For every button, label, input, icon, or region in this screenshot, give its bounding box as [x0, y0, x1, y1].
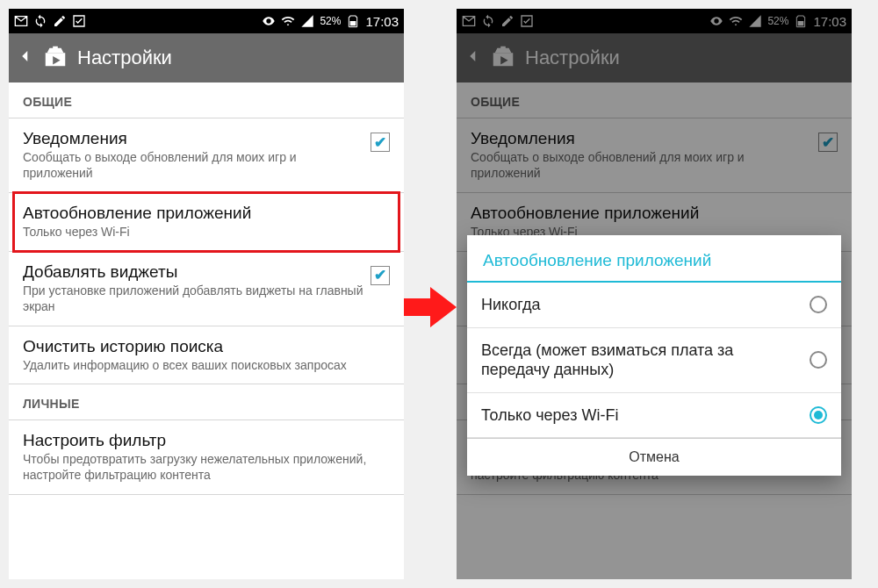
sync-icon	[33, 14, 47, 28]
right-screenshot: 52% 17:03 Настройки ОБЩИЕ Уведомления Со…	[457, 9, 852, 579]
signal-icon	[300, 14, 314, 28]
row-sub: Только через Wi-Fi	[23, 225, 390, 240]
edit-icon	[53, 14, 67, 28]
eye-icon	[262, 14, 276, 28]
app-header: Настройки	[9, 33, 404, 82]
row-autoupdate[interactable]: Автообновление приложений Только через W…	[9, 193, 404, 252]
back-icon[interactable]	[18, 44, 33, 72]
left-screenshot: 52% 17:03 Настройки ОБЩИЕ Уведомления Со…	[9, 9, 404, 579]
wifi-icon	[281, 14, 295, 28]
settings-body: ОБЩИЕ Уведомления Сообщать о выходе обно…	[9, 82, 404, 495]
radio-always[interactable]	[810, 351, 827, 369]
checkbox-notifications[interactable]	[371, 133, 390, 152]
dialog-title: Автообновление приложений	[467, 235, 841, 281]
row-title: Добавлять виджеты	[23, 262, 363, 282]
row-clear-search[interactable]: Очистить историю поиска Удалить информац…	[9, 326, 404, 385]
option-never[interactable]: Никогда	[467, 283, 841, 328]
option-always[interactable]: Всегда (может взиматься плата за передач…	[467, 328, 841, 393]
clock: 17:03	[365, 14, 399, 29]
arrow-icon	[404, 285, 457, 329]
checkbox-widgets[interactable]	[371, 266, 390, 285]
row-sub: Удалить информацию о всех ваших поисковы…	[23, 358, 390, 374]
svg-marker-6	[404, 287, 457, 327]
mail-icon	[14, 14, 28, 28]
svg-rect-0	[350, 21, 356, 25]
section-personal: ЛИЧНЫЕ	[9, 384, 404, 420]
row-title: Автообновление приложений	[23, 204, 390, 223]
option-wifi[interactable]: Только через Wi-Fi	[467, 393, 841, 439]
radio-wifi[interactable]	[810, 406, 827, 424]
dialog-cancel[interactable]: Отмена	[467, 438, 841, 476]
section-general: ОБЩИЕ	[9, 82, 404, 118]
header-title: Настройки	[77, 47, 172, 69]
row-sub: При установке приложений добавлять видже…	[23, 283, 363, 315]
status-bar: 52% 17:03	[9, 9, 404, 33]
row-filter[interactable]: Настроить фильтр Чтобы предотвратить заг…	[9, 420, 404, 495]
row-title: Настроить фильтр	[23, 431, 390, 450]
row-widgets[interactable]: Добавлять виджеты При установке приложен…	[9, 252, 404, 326]
battery-percent: 52%	[320, 15, 341, 27]
battery-icon	[346, 14, 360, 28]
row-sub: Сообщать о выходе обновлений для моих иг…	[23, 150, 363, 182]
row-sub: Чтобы предотвратить загрузку нежелательн…	[23, 452, 390, 484]
autoupdate-dialog: Автообновление приложений Никогда Всегда…	[467, 235, 841, 476]
row-title: Уведомления	[23, 129, 363, 148]
checkbox-status-icon	[72, 14, 86, 28]
play-store-icon	[42, 43, 68, 73]
radio-never[interactable]	[810, 296, 827, 313]
row-title: Очистить историю поиска	[23, 337, 390, 356]
row-notifications[interactable]: Уведомления Сообщать о выходе обновлений…	[9, 118, 404, 193]
